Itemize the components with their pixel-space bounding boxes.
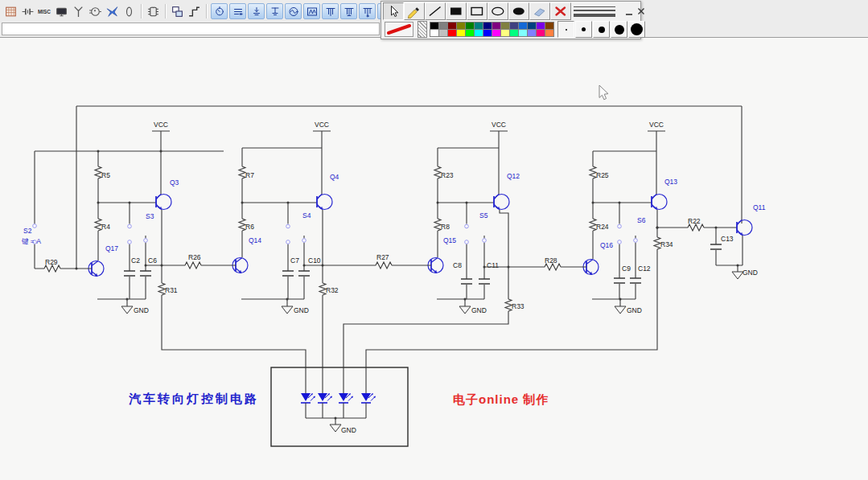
label-S6[interactable]: S6 — [637, 216, 646, 224]
capacitor-plates[interactable] — [630, 278, 641, 283]
label-C8[interactable]: C8 — [453, 261, 462, 269]
credit-text[interactable]: 电子online 制作 — [453, 392, 549, 406]
annotation-tool-ellipse-filled-button[interactable] — [508, 2, 529, 20]
label-GND[interactable]: GND — [743, 269, 758, 277]
in-use-list-box[interactable] — [2, 23, 380, 35]
comb-meter-2-button[interactable] — [340, 3, 357, 19]
label-GND[interactable]: GND — [341, 426, 356, 434]
switch-terminal[interactable] — [128, 240, 132, 244]
palette-color-swatch[interactable] — [492, 23, 500, 29]
capacitor-plates[interactable] — [124, 271, 135, 276]
label-Q14[interactable]: Q14 — [249, 236, 261, 244]
palette-color-swatch[interactable] — [466, 30, 474, 36]
dot-size-button[interactable] — [557, 21, 574, 38]
palette-color-swatch[interactable] — [501, 23, 509, 29]
dot-size-button[interactable] — [575, 21, 592, 38]
palette-color-swatch[interactable] — [545, 23, 553, 29]
schematic-title-cn[interactable]: 汽车转向灯控制电路 — [129, 392, 259, 405]
annotation-tool-marker-button[interactable] — [404, 2, 425, 20]
switch-terminal[interactable] — [634, 239, 638, 243]
function-generator-button[interactable] — [229, 3, 246, 19]
switch-key-annotation[interactable]: 键 = A — [21, 237, 41, 245]
label-R26[interactable]: R26 — [188, 253, 201, 261]
palette-color-swatch[interactable] — [537, 30, 545, 36]
annotation-minimize-button[interactable] — [623, 6, 635, 18]
label-R22[interactable]: R22 — [688, 217, 701, 225]
opamp-button[interactable] — [88, 3, 103, 20]
label-GND[interactable]: GND — [134, 306, 149, 314]
palette-color-swatch[interactable] — [528, 30, 536, 36]
led[interactable] — [361, 393, 376, 418]
label-C7[interactable]: C7 — [290, 256, 299, 265]
label-S5[interactable]: S5 — [479, 211, 488, 219]
transistor[interactable] — [737, 220, 752, 236]
label-VCC[interactable]: VCC — [649, 121, 664, 129]
annotation-tool-cursor-button[interactable] — [383, 2, 404, 20]
step-signal-button[interactable] — [187, 3, 202, 20]
label-Q4[interactable]: Q4 — [330, 173, 339, 181]
palette-color-swatch[interactable] — [466, 23, 474, 29]
label-R27[interactable]: R27 — [376, 253, 389, 261]
dot-size-button[interactable] — [593, 21, 610, 38]
capacitor-plates[interactable] — [461, 279, 472, 284]
palette-color-swatch[interactable] — [430, 23, 438, 29]
dot-size-button[interactable] — [628, 21, 645, 38]
comb-meter-1-button[interactable] — [322, 3, 339, 19]
line-width-option[interactable] — [574, 10, 615, 11]
antenna-button[interactable] — [71, 3, 86, 20]
label-Q12[interactable]: Q12 — [507, 172, 520, 180]
annotation-tool-line-button[interactable] — [425, 2, 446, 20]
label-VCC[interactable]: VCC — [315, 121, 329, 129]
label-R34[interactable]: R34 — [660, 240, 673, 248]
label-R6[interactable]: R6 — [245, 223, 254, 231]
ground-symbol[interactable] — [459, 306, 471, 314]
line-width-option[interactable] — [574, 14, 615, 17]
label-C9[interactable]: C9 — [622, 265, 631, 273]
ic-bug-button[interactable] — [146, 3, 161, 20]
label-GND[interactable]: GND — [471, 306, 487, 314]
label-VCC[interactable]: VCC — [154, 121, 168, 129]
capacitor-plates[interactable] — [614, 278, 625, 283]
label-GND[interactable]: GND — [294, 306, 309, 314]
switch-terminal[interactable] — [465, 240, 469, 244]
label-S2[interactable]: S2 — [23, 227, 32, 235]
capacitor-plates[interactable] — [282, 271, 294, 276]
capacitor-plates[interactable] — [710, 244, 722, 249]
ground-symbol[interactable] — [615, 306, 626, 314]
label-R4[interactable]: R4 — [101, 223, 110, 231]
palette-color-swatch[interactable] — [457, 23, 465, 29]
label-GND[interactable]: GND — [627, 306, 642, 314]
ground-symbol[interactable] — [732, 272, 743, 279]
annotation-tool-delete-button[interactable] — [550, 2, 571, 20]
label-R23[interactable]: R23 — [441, 171, 454, 179]
annotation-tool-rect-outline-button[interactable] — [467, 2, 487, 20]
transparent-pattern-swatch[interactable] — [418, 21, 427, 38]
palette-color-swatch[interactable] — [528, 23, 536, 29]
label-Q11[interactable]: Q11 — [753, 203, 766, 211]
label-S3[interactable]: S3 — [146, 212, 154, 220]
label-C6[interactable]: C6 — [148, 256, 157, 265]
label-R24[interactable]: R24 — [596, 223, 609, 231]
palette-color-swatch[interactable] — [430, 30, 438, 36]
label-Q17[interactable]: Q17 — [105, 244, 118, 252]
label-R5[interactable]: R5 — [101, 171, 110, 179]
scope-rect-button[interactable] — [303, 3, 320, 19]
palette-color-swatch[interactable] — [483, 23, 492, 29]
dot-size-button[interactable] — [611, 21, 627, 38]
palette-color-swatch[interactable] — [492, 30, 500, 36]
annotation-tool-eraser-button[interactable] — [529, 2, 550, 20]
palette-color-swatch[interactable] — [475, 30, 483, 36]
bird-button[interactable] — [105, 3, 120, 20]
ground-symbol[interactable] — [330, 425, 341, 432]
annotation-close-button[interactable] — [636, 6, 647, 18]
label-R28[interactable]: R28 — [545, 256, 557, 265]
scope-wave-button[interactable] — [285, 3, 302, 19]
display-button[interactable] — [54, 3, 69, 20]
palette-color-swatch[interactable] — [457, 30, 465, 36]
palette-color-swatch[interactable] — [510, 30, 518, 36]
switch-terminal[interactable] — [33, 224, 37, 228]
switch-terminal[interactable] — [286, 224, 290, 228]
palette-color-swatch[interactable] — [448, 23, 456, 29]
label-R31[interactable]: R31 — [165, 286, 178, 294]
label-R33[interactable]: R33 — [512, 302, 525, 310]
